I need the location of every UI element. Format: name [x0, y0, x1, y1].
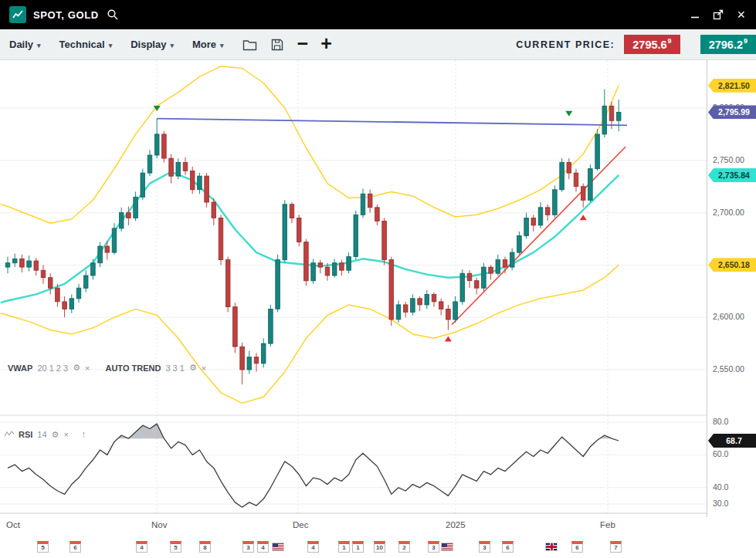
candle[interactable]: [432, 294, 436, 302]
bollinger-upper-line[interactable]: [1, 66, 619, 223]
buy-marker-icon[interactable]: [580, 215, 587, 220]
candle[interactable]: [290, 205, 294, 218]
candle[interactable]: [190, 171, 195, 189]
menu-display[interactable]: Display▾: [131, 39, 174, 50]
candle[interactable]: [63, 302, 67, 309]
candle[interactable]: [311, 263, 316, 281]
candle[interactable]: [269, 309, 273, 343]
economic-event-icon[interactable]: 4: [307, 541, 319, 553]
candle[interactable]: [602, 106, 607, 134]
popout-button[interactable]: [713, 9, 724, 20]
rsi-collapse-icon[interactable]: ↑: [81, 429, 86, 440]
candle[interactable]: [119, 213, 124, 228]
economic-event-icon[interactable]: 6: [571, 541, 583, 553]
economic-event-icon[interactable]: 6: [69, 541, 81, 553]
candle[interactable]: [496, 260, 500, 274]
candle[interactable]: [467, 273, 472, 281]
candle[interactable]: [503, 260, 507, 268]
candle[interactable]: [147, 155, 152, 173]
candle[interactable]: [27, 261, 32, 267]
candle[interactable]: [83, 276, 88, 288]
candle[interactable]: [318, 263, 323, 267]
candle[interactable]: [198, 176, 202, 190]
candle[interactable]: [91, 263, 96, 276]
economic-event-icon[interactable]: 1: [352, 541, 364, 553]
economic-event-icon[interactable]: 1: [338, 541, 350, 553]
candle[interactable]: [162, 134, 167, 158]
candle[interactable]: [389, 260, 394, 320]
candle[interactable]: [233, 307, 238, 347]
candle[interactable]: [538, 208, 543, 225]
flag-icon-us[interactable]: [272, 543, 284, 551]
candle[interactable]: [176, 163, 181, 177]
flag-icon-us[interactable]: [441, 543, 453, 551]
zoom-in-button[interactable]: +: [320, 34, 332, 56]
candle[interactable]: [297, 218, 301, 242]
candle[interactable]: [225, 260, 230, 307]
candle[interactable]: [375, 208, 380, 222]
economic-event-icon[interactable]: 4: [136, 541, 147, 553]
minimize-button[interactable]: [690, 10, 700, 19]
candle[interactable]: [489, 267, 493, 273]
buy-marker-icon[interactable]: [445, 336, 452, 342]
price-axis[interactable]: 2,800.002,750.002,700.002,650.002,600.00…: [707, 60, 756, 517]
candle[interactable]: [169, 158, 174, 176]
candle[interactable]: [411, 299, 415, 313]
rsi-settings-icon[interactable]: ⚙: [52, 430, 59, 440]
menu-technical[interactable]: Technical▾: [59, 39, 113, 50]
candle[interactable]: [212, 202, 216, 218]
candle[interactable]: [183, 163, 188, 171]
candle[interactable]: [105, 246, 110, 252]
candle[interactable]: [20, 259, 25, 267]
candle[interactable]: [76, 288, 81, 299]
candle[interactable]: [254, 357, 259, 364]
economic-event-icon[interactable]: 8: [199, 541, 211, 553]
menu-daily[interactable]: Daily▾: [9, 39, 41, 50]
flag-icon-gb[interactable]: [545, 543, 558, 551]
candle[interactable]: [98, 246, 103, 263]
candle[interactable]: [141, 173, 145, 197]
economic-event-icon[interactable]: 5: [170, 541, 181, 553]
candle[interactable]: [567, 163, 571, 174]
candle[interactable]: [510, 252, 514, 267]
candle[interactable]: [240, 347, 245, 370]
candle[interactable]: [41, 270, 46, 278]
candle[interactable]: [112, 228, 117, 252]
candle[interactable]: [127, 213, 131, 218]
candle[interactable]: [446, 309, 451, 320]
candle[interactable]: [439, 302, 443, 309]
sell-marker-icon[interactable]: [565, 111, 572, 117]
candle[interactable]: [361, 194, 365, 215]
candle[interactable]: [545, 208, 550, 215]
candle[interactable]: [368, 194, 372, 208]
economic-event-icon[interactable]: 3: [479, 541, 490, 553]
candle[interactable]: [56, 288, 60, 302]
economic-event-icon[interactable]: 10: [374, 541, 385, 553]
economic-event-icon[interactable]: 3: [428, 541, 439, 553]
candle[interactable]: [332, 263, 337, 276]
rsi-line[interactable]: [8, 424, 619, 507]
candle[interactable]: [453, 302, 458, 320]
autotrend-settings-icon[interactable]: ⚙: [189, 363, 197, 373]
economic-event-icon[interactable]: 5: [37, 541, 49, 553]
candle[interactable]: [276, 260, 280, 309]
candle[interactable]: [5, 263, 10, 267]
chart-area[interactable]: VWAP 20 1 2 3 ⚙ × AUTO TREND 3 3 1 ⚙ × R…: [0, 60, 756, 558]
candle[interactable]: [48, 278, 53, 289]
candle[interactable]: [581, 187, 585, 201]
candle[interactable]: [460, 273, 465, 302]
candle[interactable]: [283, 205, 287, 260]
bollinger-lower-line[interactable]: [1, 265, 619, 403]
candle[interactable]: [609, 106, 614, 120]
candle[interactable]: [34, 261, 39, 270]
zoom-out-button[interactable]: −: [297, 34, 309, 56]
economic-event-icon[interactable]: 4: [257, 541, 269, 553]
candle[interactable]: [396, 305, 401, 320]
auto-trend-line[interactable]: [452, 147, 625, 325]
candle[interactable]: [354, 215, 358, 256]
candle[interactable]: [69, 299, 74, 309]
candle[interactable]: [616, 112, 621, 120]
candle[interactable]: [304, 242, 309, 281]
candle[interactable]: [403, 305, 408, 313]
candle[interactable]: [219, 218, 223, 259]
